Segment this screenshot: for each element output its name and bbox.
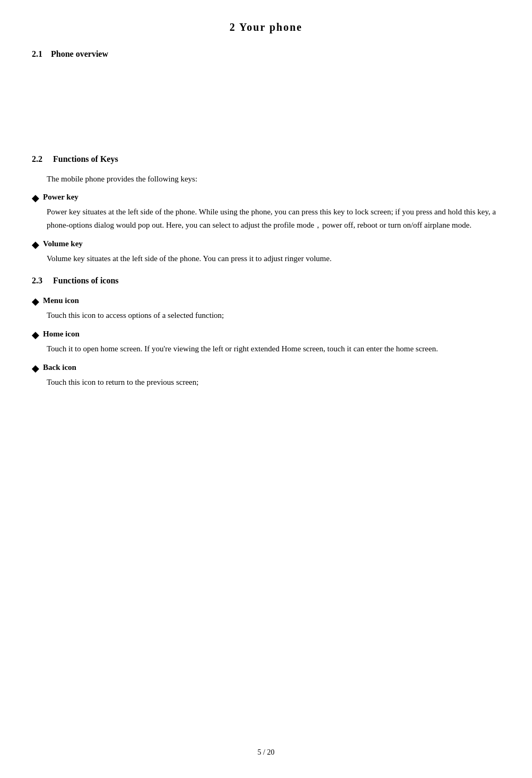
power-key-label: Power key <box>43 191 79 203</box>
bullet-back-icon: ◆ Back icon Touch this icon to return to… <box>32 361 500 389</box>
section-2-3-heading: 2.3 Functions of icons <box>32 276 500 286</box>
bullet-volume-key: ◆ Volume key Volume key situates at the … <box>32 237 500 265</box>
bullet-menu-icon: ◆ Menu icon Touch this icon to access op… <box>32 294 500 322</box>
menu-icon-label: Menu icon <box>43 294 79 307</box>
volume-key-body: Volume key situates at the left side of … <box>47 252 500 265</box>
section-2-1: 2.1 Phone overview <box>32 49 500 59</box>
section-2-2-intro: The mobile phone provides the following … <box>47 172 500 185</box>
home-icon-body: Touch it to open home screen. If you're … <box>47 342 500 356</box>
back-icon-label: Back icon <box>43 361 76 374</box>
section-2-2-heading: 2.2 Functions of Keys <box>32 154 500 164</box>
section-2-2-title: Functions of Keys <box>53 154 118 163</box>
back-icon-body: Touch this icon to return to the previou… <box>47 376 500 389</box>
volume-key-label: Volume key <box>43 237 83 250</box>
section-2-1-number: 2.1 <box>32 49 42 58</box>
diamond-icon-volume: ◆ <box>32 238 39 252</box>
section-2-1-title: Phone overview <box>51 49 108 58</box>
section-2-3: 2.3 Functions of icons ◆ Menu icon Touch… <box>32 276 500 389</box>
section-2-3-number: 2.3 <box>32 276 42 285</box>
diamond-icon-back: ◆ <box>32 361 39 376</box>
power-key-body: Power key situates at the left side of t… <box>47 205 500 232</box>
diamond-icon-power: ◆ <box>32 191 39 205</box>
section-2-3-title: Functions of icons <box>53 276 119 285</box>
section-2-2-number: 2.2 <box>32 154 42 163</box>
section-2-2: 2.2 Functions of Keys The mobile phone p… <box>32 154 500 265</box>
bullet-power-key: ◆ Power key Power key situates at the le… <box>32 191 500 232</box>
diamond-icon-menu: ◆ <box>32 295 39 309</box>
page-title: 2 Your phone <box>32 21 500 33</box>
bullet-home-icon: ◆ Home icon Touch it to open home screen… <box>32 327 500 356</box>
menu-icon-body: Touch this icon to access options of a s… <box>47 309 500 322</box>
home-icon-label: Home icon <box>43 327 80 340</box>
page-footer: 5 / 20 <box>0 748 532 757</box>
section-2-1-heading: 2.1 Phone overview <box>32 49 500 59</box>
diamond-icon-home: ◆ <box>32 328 39 342</box>
